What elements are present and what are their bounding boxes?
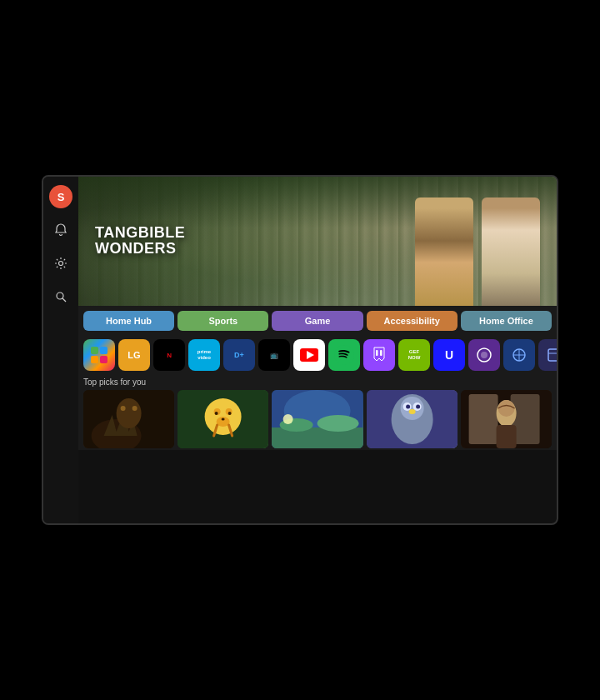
svg-rect-14 [380,350,382,356]
settings-icon[interactable] [49,252,72,275]
pick-thumbnail-5[interactable] [461,390,552,448]
hero-figure-2 [482,198,540,306]
svg-point-0 [59,262,63,266]
app-lg-channels[interactable]: LG [118,339,150,371]
app-all-apps[interactable] [83,339,115,371]
hero-banner: TANGBIBLE WONDERS [78,177,557,306]
notification-icon[interactable] [49,218,72,242]
pick-thumbnail-1[interactable] [83,390,174,448]
category-home-office[interactable]: Home Office [461,311,552,331]
svg-point-37 [215,412,218,415]
app-youtube[interactable] [293,339,325,371]
main-content: TANGBIBLE WONDERS Home Hub Sports Game A… [78,177,557,523]
category-home-hub[interactable]: Home Hub [83,311,174,331]
svg-point-29 [132,406,138,411]
category-sports[interactable]: Sports [178,311,268,331]
category-game[interactable]: Game [272,311,362,331]
picks-label: Top picks for you [83,378,552,387]
svg-rect-5 [91,356,98,363]
picks-grid [83,390,552,448]
svg-rect-55 [468,394,498,444]
svg-rect-6 [100,356,108,363]
search-icon[interactable] [49,285,72,308]
app-utomik[interactable]: U [433,339,465,371]
app-misc-2[interactable] [503,339,535,371]
svg-point-59 [498,400,514,417]
svg-point-45 [283,414,293,424]
svg-rect-20 [548,349,557,361]
category-accessibility[interactable]: Accessibility [367,311,458,331]
svg-point-1 [57,292,63,299]
pick-thumbnail-2[interactable] [178,390,268,448]
app-geforce-now[interactable]: GEFNOW [398,339,430,371]
pick-thumbnail-3[interactable] [272,390,362,448]
picks-section: Top picks for you [78,374,557,450]
pick-thumbnail-4[interactable] [367,390,458,448]
svg-point-44 [318,415,359,432]
app-misc-3[interactable] [538,339,557,371]
svg-text:LG: LG [128,350,140,360]
svg-point-39 [222,418,225,421]
svg-rect-13 [376,350,378,356]
categories-bar: Home Hub Sports Game Accessibility Home … [78,306,557,336]
hero-title: TANGBIBLE WONDERS [95,225,185,258]
hero-figure-1 [415,198,473,306]
svg-point-52 [416,405,420,409]
svg-rect-42 [272,428,362,448]
svg-point-16 [481,352,488,358]
svg-point-27 [117,398,142,428]
apps-bar: LG N primevideo D+ 📺 [78,336,557,374]
svg-rect-3 [91,347,98,354]
svg-rect-58 [496,425,516,448]
svg-point-53 [408,409,415,414]
app-apple-tv[interactable]: 📺 [258,339,290,371]
sidebar: S [43,177,78,523]
avatar-icon[interactable]: S [49,185,72,208]
app-twitch[interactable] [363,339,395,371]
svg-rect-12 [370,346,388,364]
svg-point-11 [334,345,354,365]
svg-point-28 [121,406,126,411]
hero-figures [415,198,540,306]
svg-line-2 [62,298,66,302]
svg-point-51 [406,405,410,409]
app-netflix[interactable]: N [153,339,185,371]
tv-frame: S TANGBIBLE WOND [42,175,558,525]
app-disney-plus[interactable]: D+ [223,339,255,371]
app-prime-video[interactable]: primevideo [188,339,220,371]
svg-point-38 [228,412,232,415]
svg-rect-4 [100,347,108,354]
app-misc-1[interactable] [468,339,500,371]
app-spotify[interactable] [328,339,360,371]
